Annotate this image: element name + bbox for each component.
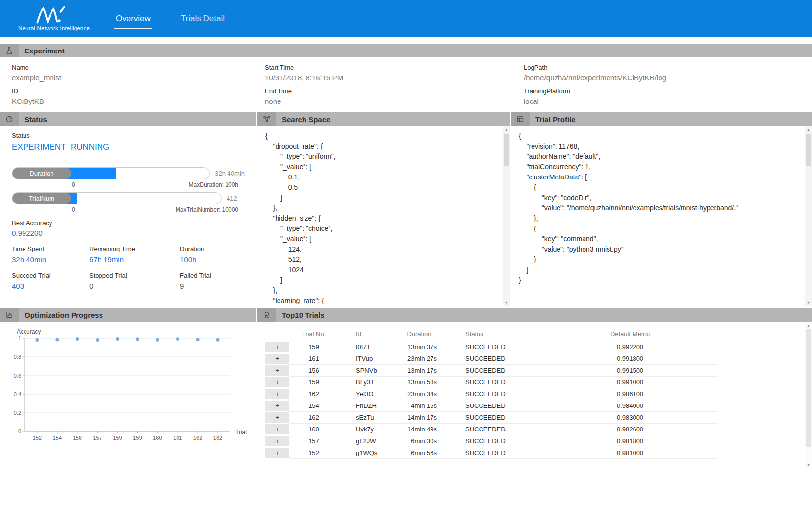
cell-duration: 6min 30s (395, 435, 444, 447)
experiment-status-value: EXPERIMENT_RUNNING (12, 142, 245, 152)
cell-trial-id: Uvk7y (338, 424, 395, 435)
cell-default-metric: 0.991500 (542, 365, 718, 377)
svg-text:154: 154 (53, 435, 62, 441)
trialnum-bar-value: 412 (227, 195, 237, 202)
expand-row-button[interactable]: + (265, 389, 289, 399)
cell-trial-id: BLy3T (338, 377, 395, 388)
duration-max: MaxDuration: 100h (189, 181, 238, 188)
scroll-down-arrow[interactable]: ▼ (805, 299, 812, 306)
optimization-panel-header: Optimization Progress (0, 308, 256, 322)
field-value: none (265, 97, 524, 105)
expand-column-header (265, 328, 289, 341)
svg-text:159: 159 (113, 435, 122, 441)
expand-row-button[interactable]: + (265, 401, 289, 411)
status-panel: Status Status EXPERIMENT_RUNNING Duratio… (0, 112, 256, 306)
scroll-thumb[interactable] (806, 134, 811, 166)
scroll-down-arrow[interactable]: ▼ (503, 299, 510, 306)
cell-default-metric: 0.981000 (542, 447, 718, 459)
experiment-section-header: Experiment (0, 44, 812, 57)
best-accuracy-value: 0.992200 (12, 229, 245, 237)
column-header-id: Id (338, 328, 395, 341)
svg-text:159: 159 (133, 435, 142, 441)
scroll-down-arrow[interactable]: ▼ (805, 461, 812, 469)
table-row: + 157 gL2JW 6min 30s SUCCEEDED 0.981800 (265, 435, 718, 447)
svg-text:Accuracy: Accuracy (17, 328, 41, 335)
field-label: Name (12, 64, 265, 71)
top10-trials-table: Trial No. Id Duration Status Default Met… (265, 328, 718, 459)
stat-label: Remaining Time (89, 245, 180, 252)
scrollbar[interactable]: ▲ ▼ (805, 126, 812, 306)
svg-text:162: 162 (193, 435, 202, 441)
cell-duration: 14min 17s (395, 412, 444, 424)
optimization-progress-panel: Optimization Progress Accuracy00.20.40.6… (0, 308, 256, 502)
cell-status: SUCCEEDED (444, 424, 542, 435)
expand-row-button[interactable]: + (265, 354, 289, 364)
expand-row-button[interactable]: + (265, 377, 289, 387)
cell-trial-no: 162 (289, 388, 338, 400)
stat-label: Succeed Trial (12, 272, 89, 279)
stat-label: Duration (180, 245, 245, 252)
cell-status: SUCCEEDED (444, 400, 542, 412)
scrollbar[interactable]: ▲ ▼ (805, 322, 812, 469)
expand-row-button[interactable]: + (265, 365, 289, 376)
scroll-up-arrow[interactable]: ▲ (805, 322, 812, 329)
cell-default-metric: 0.986100 (542, 388, 718, 400)
trialnum-bar-range: 0 MaxTrialNumber: 10000 (72, 206, 238, 213)
svg-text:0.6: 0.6 (14, 373, 21, 379)
cell-default-metric: 0.981800 (542, 435, 718, 447)
trialnum-progress-row: TrialNum 412 (12, 192, 245, 204)
svg-text:160: 160 (153, 435, 162, 441)
expand-row-button[interactable]: + (265, 436, 289, 446)
section-title: Status (25, 115, 47, 124)
trialnum-max: MaxTrialNumber: 10000 (176, 206, 238, 213)
scrollbar[interactable]: ▲ ▼ (503, 126, 510, 306)
svg-text:1: 1 (18, 335, 21, 341)
svg-text:161: 161 (173, 435, 182, 441)
search-space-json: { "dropout_rate": { "_type": "uniform", … (257, 126, 510, 306)
field-label: Start Time (265, 64, 524, 71)
stat-value: 32h 40min (12, 255, 89, 264)
svg-text:162: 162 (213, 435, 222, 441)
cell-status: SUCCEEDED (444, 341, 542, 353)
duration-bar-fill (65, 168, 116, 179)
duration-bar-value: 32h 40min (215, 170, 245, 177)
scatter-chart-icon (0, 308, 19, 322)
duration-bar-range: 0 MaxDuration: 100h (72, 181, 238, 188)
expand-row-button[interactable]: + (265, 448, 289, 458)
svg-text:152: 152 (33, 435, 42, 441)
status-label: Status (12, 132, 245, 139)
stat-value: 100h (180, 255, 245, 264)
column-header-status: Status (444, 328, 542, 341)
scroll-thumb[interactable] (806, 329, 811, 447)
trial-profile-panel-header: Trial Profile (511, 112, 812, 126)
cell-trial-id: YeI3O (338, 388, 395, 400)
status-panel-header: Status (0, 112, 256, 126)
cell-trial-no: 161 (289, 353, 338, 365)
trial-profile-json: { "revision": 11768, "authorName": "defa… (511, 126, 812, 285)
tab-overview[interactable]: Overview (115, 12, 152, 25)
cell-status: SUCCEEDED (444, 353, 542, 365)
cell-status: SUCCEEDED (444, 412, 542, 424)
tab-trials-detail[interactable]: Trials Detail (180, 12, 226, 25)
expand-row-button[interactable]: + (265, 412, 289, 423)
cell-status: SUCCEEDED (444, 447, 542, 459)
scroll-up-arrow[interactable]: ▲ (805, 126, 812, 133)
search-space-panel-header: Search Space (257, 112, 510, 126)
trials-table-body: + 159 t0I7T 13min 37s SUCCEEDED 0.992200… (265, 341, 718, 459)
scroll-up-arrow[interactable]: ▲ (503, 126, 510, 133)
brand-name: Neural Network Intelligence (18, 25, 90, 31)
experiment-section: Experiment Name example_mnist ID KCiBytK… (0, 44, 812, 111)
scroll-thumb[interactable] (504, 134, 509, 166)
expand-row-button[interactable]: + (265, 424, 289, 434)
expand-row-button[interactable]: + (265, 342, 289, 352)
stat-label: Time Spent (12, 245, 89, 252)
table-row: + 154 FnDZH 4min 15s SUCCEEDED 0.984000 (265, 400, 718, 412)
cell-duration: 13min 17s (395, 365, 444, 377)
trialnum-min: 0 (72, 206, 75, 213)
top10-panel-header: Top10 Trials (257, 308, 812, 322)
svg-text:Trial: Trial (235, 429, 247, 436)
stat-value: 67h 19min (89, 255, 180, 264)
cell-duration: 23min 34s (395, 388, 444, 400)
cell-trial-id: g1WQs (338, 447, 395, 459)
cell-trial-no: 160 (289, 424, 338, 435)
